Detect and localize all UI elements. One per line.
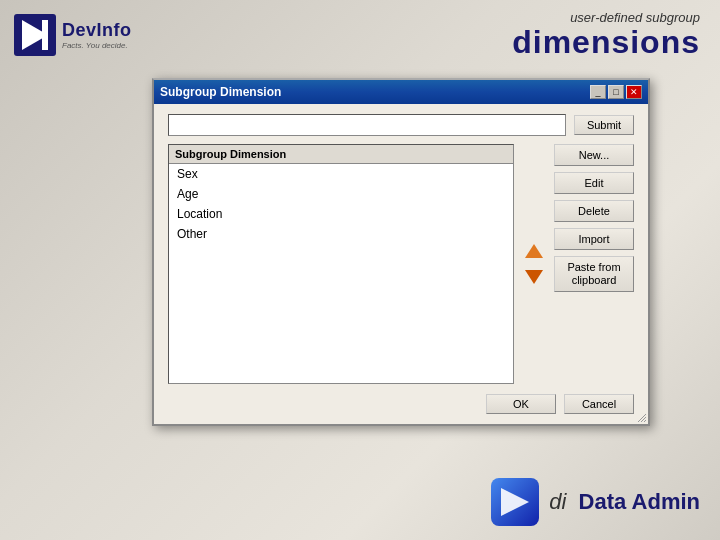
right-buttons: New... Edit Delete Import Paste from cli… bbox=[554, 144, 634, 384]
maximize-button[interactable]: □ bbox=[608, 85, 624, 99]
list-item[interactable]: Age bbox=[169, 184, 513, 204]
dimension-input[interactable] bbox=[168, 114, 566, 136]
submit-button[interactable]: Submit bbox=[574, 115, 634, 135]
move-up-button[interactable] bbox=[524, 241, 544, 261]
logo-tagline: Facts. You decide. bbox=[62, 41, 132, 50]
cancel-button[interactable]: Cancel bbox=[564, 394, 634, 414]
logo-name: DevInfo bbox=[62, 20, 132, 41]
list-item[interactable]: Sex bbox=[169, 164, 513, 184]
svg-rect-2 bbox=[42, 20, 48, 50]
minimize-button[interactable]: _ bbox=[590, 85, 606, 99]
brand-text: di Data Admin bbox=[549, 489, 700, 515]
bottom-brand: di Data Admin bbox=[491, 478, 700, 526]
list-items: Sex Age Location Other bbox=[169, 164, 513, 244]
list-header: Subgroup Dimension bbox=[169, 145, 513, 164]
resize-handle[interactable] bbox=[634, 410, 646, 422]
brand-name: Data Admin bbox=[579, 489, 700, 514]
header-subtitle: user-defined subgroup bbox=[512, 10, 700, 25]
close-button[interactable]: ✕ bbox=[626, 85, 642, 99]
bottom-row: OK Cancel bbox=[168, 394, 634, 414]
titlebar-buttons: _ □ ✕ bbox=[590, 85, 642, 99]
paste-from-clipboard-button[interactable]: Paste from clipboard bbox=[554, 256, 634, 292]
dialog-title: Subgroup Dimension bbox=[160, 85, 281, 99]
top-row: Submit bbox=[168, 114, 634, 136]
header-title: dimensions bbox=[512, 25, 700, 60]
brand-logo-icon bbox=[491, 478, 539, 526]
arrow-column bbox=[522, 144, 546, 384]
dimension-list: Subgroup Dimension Sex Age Location Othe… bbox=[168, 144, 514, 384]
import-button[interactable]: Import bbox=[554, 228, 634, 250]
dialog-body: Submit Subgroup Dimension Sex Age Locati… bbox=[154, 104, 648, 424]
move-down-button[interactable] bbox=[524, 267, 544, 287]
svg-line-5 bbox=[644, 420, 646, 422]
brand-di: di bbox=[549, 489, 566, 514]
delete-button[interactable]: Delete bbox=[554, 200, 634, 222]
devinfo-logo-icon bbox=[14, 14, 56, 56]
new-button[interactable]: New... bbox=[554, 144, 634, 166]
main-area: Subgroup Dimension Sex Age Location Othe… bbox=[168, 144, 634, 384]
dialog-titlebar: Subgroup Dimension _ □ ✕ bbox=[154, 80, 648, 104]
subgroup-dimension-dialog: Subgroup Dimension _ □ ✕ Submit Subgroup… bbox=[152, 78, 650, 426]
ok-button[interactable]: OK bbox=[486, 394, 556, 414]
up-arrow-icon bbox=[525, 244, 543, 258]
logo-text: DevInfo Facts. You decide. bbox=[62, 20, 132, 50]
edit-button[interactable]: Edit bbox=[554, 172, 634, 194]
logo-area: DevInfo Facts. You decide. bbox=[14, 14, 132, 56]
list-item[interactable]: Location bbox=[169, 204, 513, 224]
list-item[interactable]: Other bbox=[169, 224, 513, 244]
header-text: user-defined subgroup dimensions bbox=[512, 10, 700, 60]
down-arrow-icon bbox=[525, 270, 543, 284]
